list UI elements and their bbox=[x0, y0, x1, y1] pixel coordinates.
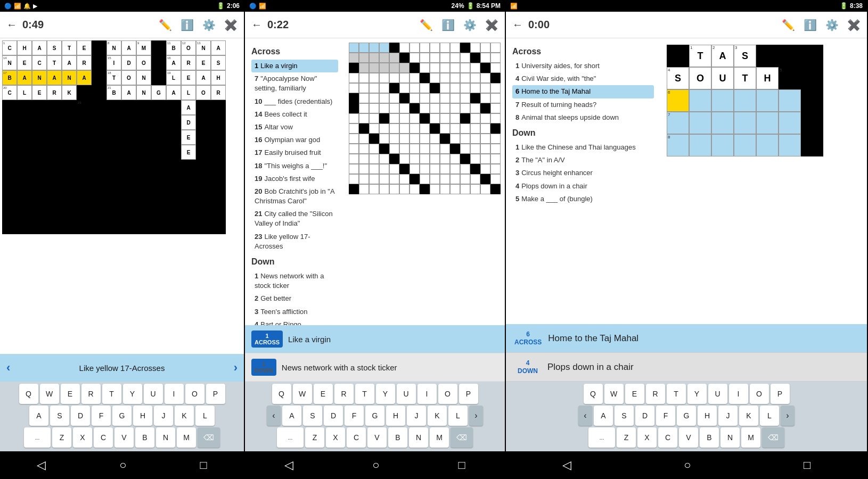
back-button-1[interactable]: ← bbox=[6, 19, 17, 31]
grid1-cell-6-13[interactable] bbox=[196, 130, 211, 145]
grid2-cell-5-14[interactable] bbox=[490, 93, 501, 103]
grid1-cell-9-7[interactable] bbox=[107, 175, 121, 189]
grid2-cell-2-5[interactable] bbox=[399, 63, 410, 73]
grid2-cell-0-1[interactable] bbox=[359, 43, 369, 53]
grid1-cell-12-0[interactable] bbox=[2, 219, 17, 234]
grid2-cell-14-8[interactable] bbox=[430, 184, 440, 194]
nav-back-3[interactable]: ◁ bbox=[562, 458, 571, 472]
grid2-cell-12-5[interactable] bbox=[399, 164, 410, 174]
grid2-cell-14-13[interactable] bbox=[480, 184, 490, 194]
grid2-cell-4-1[interactable] bbox=[359, 83, 369, 93]
key2-C[interactable]: C bbox=[347, 427, 366, 448]
grid2-cell-11-13[interactable] bbox=[480, 154, 490, 164]
grid2-cell-0-11[interactable] bbox=[460, 43, 470, 53]
grid2-cell-0-9[interactable] bbox=[440, 43, 450, 53]
grid2-cell-1-1[interactable] bbox=[359, 53, 369, 63]
grid1-cell-11-1[interactable] bbox=[17, 204, 32, 219]
grid1-cell-3-9[interactable]: N bbox=[136, 85, 151, 100]
grid1-cell-11-11[interactable] bbox=[166, 204, 181, 219]
key-Q[interactable]: Q bbox=[19, 384, 38, 404]
grid2-cell-13-7[interactable] bbox=[420, 174, 430, 184]
grid1-cell-7-9[interactable] bbox=[136, 145, 151, 160]
grid1-cell-10-4[interactable] bbox=[62, 189, 77, 204]
grid2-cell-12-3[interactable] bbox=[379, 164, 389, 174]
grid3-cell-1-6[interactable] bbox=[801, 67, 823, 89]
grid1-cell-6-10[interactable] bbox=[151, 130, 166, 145]
grid2-cell-1-14[interactable] bbox=[490, 53, 501, 63]
grid1-cell-7-12[interactable]: E bbox=[181, 145, 196, 160]
grid1-cell-1-4[interactable]: A bbox=[62, 55, 77, 70]
grid1-cell-0-11[interactable]: 11B bbox=[166, 40, 181, 55]
grid2-cell-11-11[interactable] bbox=[460, 154, 470, 164]
grid1-cell-0-5[interactable]: E bbox=[77, 40, 92, 55]
grid1-cell-9-8[interactable] bbox=[121, 175, 136, 189]
grid2-cell-7-4[interactable] bbox=[389, 113, 399, 123]
grid2-cell-13-0[interactable] bbox=[349, 174, 359, 184]
grid1-cell-2-7[interactable]: 18T bbox=[107, 70, 121, 85]
key2-V[interactable]: V bbox=[367, 427, 387, 448]
grid1-cell-8-10[interactable] bbox=[151, 160, 166, 175]
grid1-cell-7-3[interactable] bbox=[47, 145, 62, 160]
grid1-cell-0-6[interactable] bbox=[92, 40, 107, 55]
grid1-cell-4-4[interactable] bbox=[62, 100, 77, 115]
grid2-cell-7-3[interactable] bbox=[379, 113, 389, 123]
key2-prev[interactable]: ‹ bbox=[267, 406, 281, 426]
grid3-cell-0-2[interactable]: 2A bbox=[711, 45, 734, 67]
grid2-cell-13-3[interactable] bbox=[379, 174, 389, 184]
grid1-cell-7-1[interactable] bbox=[17, 145, 32, 160]
grid2-cell-5-10[interactable] bbox=[450, 93, 460, 103]
grid2-cell-0-0[interactable] bbox=[349, 43, 359, 53]
grid1-cell-3-0[interactable]: 20C bbox=[2, 85, 17, 100]
grid1-cell-6-11[interactable] bbox=[166, 130, 181, 145]
grid1-cell-2-9[interactable]: N bbox=[136, 70, 151, 85]
p3-clue-item[interactable]: 4Plops down in a chair bbox=[512, 180, 654, 193]
grid2-cell-10-14[interactable] bbox=[490, 144, 501, 154]
grid2-cell-8-5[interactable] bbox=[399, 123, 410, 134]
grid1-cell-8-2[interactable] bbox=[32, 160, 47, 175]
clue-item[interactable]: 15Altar vow bbox=[251, 121, 338, 134]
grid2-cell-12-9[interactable] bbox=[440, 164, 450, 174]
grid2-cell-9-1[interactable] bbox=[359, 134, 369, 144]
clue-item[interactable]: 1News network with a stock ticker bbox=[251, 270, 338, 292]
grid2-cell-4-4[interactable] bbox=[389, 83, 399, 93]
grid3-cell-3-1[interactable] bbox=[689, 112, 711, 134]
key2-K[interactable]: K bbox=[428, 406, 447, 426]
grid1-cell-7-13[interactable] bbox=[196, 145, 211, 160]
key2-H[interactable]: H bbox=[386, 406, 405, 426]
grid1-cell-3-7[interactable]: 21B bbox=[107, 85, 121, 100]
grid2-cell-14-5[interactable] bbox=[399, 184, 410, 194]
grid1-cell-11-0[interactable] bbox=[2, 204, 17, 219]
grid3-cell-1-5[interactable]: 5 bbox=[779, 67, 801, 89]
grid2-cell-14-7[interactable] bbox=[420, 184, 430, 194]
key-dots-1[interactable]: ... bbox=[24, 427, 51, 448]
grid2-cell-5-1[interactable] bbox=[359, 93, 369, 103]
grid2-cell-4-10[interactable] bbox=[450, 83, 460, 93]
key2-N[interactable]: N bbox=[409, 427, 428, 448]
grid1-cell-11-10[interactable] bbox=[151, 204, 166, 219]
crossword-grid-1[interactable]: 1CHASTE8NA9M11B12O13NA14NECTAR15IDO16ARE… bbox=[2, 40, 242, 234]
grid2-cell-14-3[interactable] bbox=[379, 184, 389, 194]
grid3-cell-3-2[interactable] bbox=[711, 112, 734, 134]
grid2-cell-7-0[interactable] bbox=[349, 113, 359, 123]
key2-B[interactable]: B bbox=[388, 427, 407, 448]
grid2-cell-11-5[interactable] bbox=[399, 154, 410, 164]
grid2-cell-8-13[interactable] bbox=[480, 123, 490, 134]
grid3-cell-0-6[interactable] bbox=[801, 45, 823, 67]
grid2-cell-6-0[interactable] bbox=[349, 103, 359, 113]
grid1-cell-4-12[interactable]: A bbox=[181, 100, 196, 115]
grid2-cell-11-14[interactable] bbox=[490, 154, 501, 164]
grid2-cell-3-2[interactable] bbox=[369, 73, 379, 83]
grid2-cell-0-2[interactable] bbox=[369, 43, 379, 53]
grid2-cell-10-6[interactable] bbox=[410, 144, 420, 154]
grid2-cell-6-12[interactable] bbox=[470, 103, 480, 113]
grid2-cell-3-6[interactable] bbox=[410, 73, 420, 83]
nav-recent-1[interactable]: □ bbox=[200, 458, 207, 472]
grid2-cell-1-0[interactable] bbox=[349, 53, 359, 63]
grid1-cell-2-13[interactable]: A bbox=[196, 70, 211, 85]
grid1-cell-4-7[interactable] bbox=[107, 100, 121, 115]
grid1-cell-11-13[interactable] bbox=[196, 204, 211, 219]
grid3-cell-2-1[interactable] bbox=[689, 89, 711, 112]
key3-R[interactable]: R bbox=[646, 384, 665, 404]
grid2-cell-5-2[interactable] bbox=[369, 93, 379, 103]
grid1-cell-0-8[interactable]: A bbox=[121, 40, 136, 55]
